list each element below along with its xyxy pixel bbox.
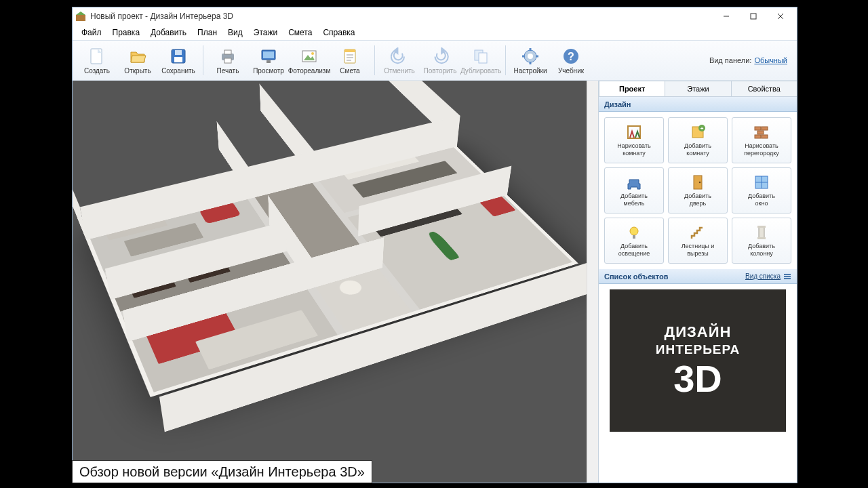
video-caption: Обзор новой версии «Дизайн Интерьера 3D» xyxy=(72,460,372,483)
svg-marker-1 xyxy=(76,12,85,15)
sidebar-tabs: Проект Этажи Свойства xyxy=(599,81,797,97)
duplicate-button[interactable]: Дублировать xyxy=(460,41,501,79)
objects-viewlink[interactable]: Вид списка xyxy=(745,272,781,280)
design-btn-add-window[interactable]: Добавить окно xyxy=(732,167,791,214)
toolbar-separator xyxy=(374,45,375,75)
design-grid: Нарисовать комнату+Добавить комнатуНарис… xyxy=(599,112,797,269)
design-btn-label: Нарисовать перегородку xyxy=(744,142,779,157)
settings-label: Настройки xyxy=(513,67,547,75)
svg-rect-51 xyxy=(759,226,764,239)
menu-file[interactable]: Файл xyxy=(77,26,106,39)
svg-rect-53 xyxy=(757,237,766,239)
design-btn-add-light[interactable]: Добавить освещение xyxy=(604,218,664,264)
design-btn-add-column[interactable]: Добавить колонну xyxy=(732,218,791,264)
undo-label: Отменить xyxy=(384,67,415,75)
tab-properties[interactable]: Свойства xyxy=(731,81,797,96)
app-window: Новый проект - Дизайн Интерьера 3D Файл … xyxy=(72,7,797,483)
svg-rect-0 xyxy=(76,15,85,21)
svg-rect-10 xyxy=(175,50,182,55)
create-button[interactable]: Создать xyxy=(77,41,117,79)
gear-icon xyxy=(521,47,540,66)
svg-rect-9 xyxy=(174,57,182,62)
print-label: Печать xyxy=(217,67,239,75)
design-btn-stairs[interactable]: Лестницы и вырезы xyxy=(668,218,728,264)
toolbar-separator xyxy=(505,45,506,75)
menu-edit[interactable]: Правка xyxy=(108,26,145,39)
design-btn-add-door[interactable]: Добавить дверь xyxy=(668,167,728,214)
svg-rect-55 xyxy=(784,276,791,277)
preview-button[interactable]: Просмотр xyxy=(248,41,289,79)
promo-line2: ИНТЕРЬЕРА xyxy=(656,342,740,357)
duplicate-icon xyxy=(471,47,490,66)
svg-rect-39 xyxy=(755,127,761,130)
toolbar-separator xyxy=(203,45,203,75)
svg-rect-16 xyxy=(267,60,271,63)
minimize-button[interactable] xyxy=(713,7,740,25)
folder-open-icon xyxy=(128,47,147,66)
design-btn-label: Добавить комнату xyxy=(684,142,711,157)
photoreal-button[interactable]: Фотореализм xyxy=(289,41,330,79)
help-button[interactable]: ? Учебник xyxy=(551,41,591,79)
redo-button[interactable]: Повторить xyxy=(420,41,460,79)
design-btn-draw-wall[interactable]: Нарисовать перегородку xyxy=(732,117,791,163)
close-button[interactable] xyxy=(767,7,794,25)
titlebar: Новый проект - Дизайн Интерьера 3D xyxy=(73,7,797,25)
list-view-icon[interactable] xyxy=(783,272,791,281)
help-label: Учебник xyxy=(558,67,584,75)
svg-rect-40 xyxy=(762,127,768,130)
maximize-button[interactable] xyxy=(740,7,767,25)
draw-room-icon xyxy=(626,124,642,140)
design-btn-draw-room[interactable]: Нарисовать комнату xyxy=(604,117,664,163)
design-btn-add-room[interactable]: +Добавить комнату xyxy=(668,117,728,163)
menu-add[interactable]: Добавить xyxy=(146,26,191,39)
add-column-icon xyxy=(753,224,770,241)
main-area: Проект Этажи Свойства Дизайн Нарисовать … xyxy=(73,81,797,483)
printer-icon xyxy=(218,47,237,66)
svg-point-49 xyxy=(630,227,638,235)
undo-button[interactable]: Отменить xyxy=(379,41,420,79)
panel-mode: Вид панели: Обычный xyxy=(709,56,793,64)
settings-button[interactable]: Настройки xyxy=(510,41,551,79)
photoreal-label: Фотореализм xyxy=(288,67,331,75)
toolbar: Создать Открыть Сохранить Печать Просмот… xyxy=(73,40,797,81)
stairs-icon xyxy=(690,224,706,241)
add-light-icon xyxy=(626,224,642,241)
estimate-button[interactable]: Смета xyxy=(330,41,370,79)
svg-text:+: + xyxy=(701,125,704,131)
draw-wall-icon xyxy=(753,124,770,140)
svg-rect-21 xyxy=(344,49,355,52)
svg-rect-54 xyxy=(784,274,791,275)
svg-rect-43 xyxy=(762,135,768,138)
svg-rect-52 xyxy=(757,226,766,228)
estimate-label: Смета xyxy=(340,67,359,75)
svg-rect-26 xyxy=(479,53,487,63)
panel-mode-label: Вид панели: xyxy=(709,56,751,64)
notepad-icon xyxy=(340,47,359,66)
design-btn-add-furniture[interactable]: Добавить мебель xyxy=(604,167,664,214)
menu-view[interactable]: Вид xyxy=(223,26,248,39)
panel-mode-link[interactable]: Обычный xyxy=(754,56,787,64)
menu-floors[interactable]: Этажи xyxy=(249,26,282,39)
print-button[interactable]: Печать xyxy=(208,41,248,79)
menu-plan[interactable]: План xyxy=(193,26,222,39)
promo-line1: ДИЗАЙН xyxy=(665,323,732,341)
menubar: Файл Правка Добавить План Вид Этажи Смет… xyxy=(73,25,797,40)
tab-project[interactable]: Проект xyxy=(599,81,665,96)
design-btn-label: Нарисовать комнату xyxy=(617,142,650,157)
open-button[interactable]: Открыть xyxy=(117,41,158,79)
preview-label: Просмотр xyxy=(253,67,284,75)
viewport-scrollbar[interactable] xyxy=(587,81,598,483)
menu-estimate[interactable]: Смета xyxy=(283,26,317,39)
menu-help[interactable]: Справка xyxy=(318,26,359,39)
save-icon xyxy=(169,47,188,66)
svg-rect-50 xyxy=(633,235,635,239)
save-button[interactable]: Сохранить xyxy=(158,41,199,79)
viewport-3d[interactable] xyxy=(73,81,599,483)
app-icon xyxy=(75,11,86,22)
add-window-icon xyxy=(753,174,770,190)
redo-label: Повторить xyxy=(424,67,457,75)
promo-line3: 3D xyxy=(673,360,722,398)
tab-floors[interactable]: Этажи xyxy=(665,81,731,96)
svg-rect-56 xyxy=(784,278,791,279)
svg-point-28 xyxy=(528,54,533,59)
